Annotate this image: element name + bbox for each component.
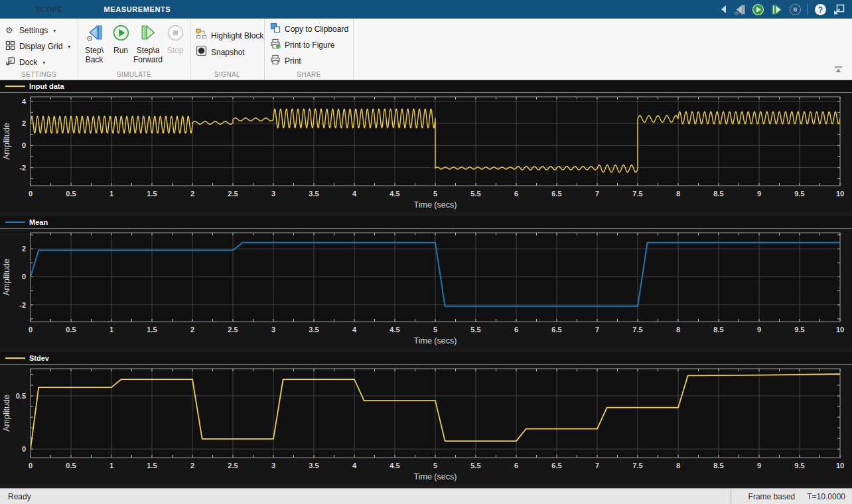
svg-text:0: 0 [29,462,33,470]
svg-text:8: 8 [676,190,680,198]
print-to-figure-label: Print to Figure [285,40,334,50]
display-grid-button[interactable]: Display Grid ▾ [5,38,78,54]
legend-stdev[interactable]: Stdev [0,352,852,365]
svg-text:7.5: 7.5 [632,462,642,470]
svg-text:8.5: 8.5 [713,190,723,198]
chevron-down-icon: ▾ [68,44,70,50]
svg-text:1: 1 [109,326,113,334]
scope-window: SCOPE MEASUREMENTS ⚙ [0,0,852,504]
run-quick-icon[interactable] [752,3,764,16]
simulate-section-label: SIMULATE [78,71,190,78]
legend-label: Stdev [29,354,49,362]
svg-text:4.5: 4.5 [390,326,399,334]
svg-text:3: 3 [271,190,275,198]
print-to-figure-button[interactable]: ↻ Print to Figure [270,37,353,53]
copy-to-clipboard-label: Copy to Clipboard [285,25,348,34]
svg-text:9.5: 9.5 [794,326,804,334]
print-figure-icon: ↻ [270,38,281,52]
y-axis-label: Amplitude [2,395,11,432]
svg-text:5: 5 [433,190,437,198]
sim-time-indicator: T=10.0000 [807,492,845,501]
svg-text:0.5: 0.5 [66,462,76,470]
svg-text:4: 4 [22,97,27,105]
step-forward-label: Step\aForward [133,46,163,64]
tab-scope[interactable]: SCOPE [22,0,76,19]
status-divider [731,489,731,504]
collapse-ribbon-icon[interactable] [834,64,843,76]
svg-text:7.5: 7.5 [632,326,642,334]
stop-icon [167,24,184,44]
gear-icon: ⚙ [5,25,15,37]
undock-icon[interactable] [833,3,845,16]
snapshot-button[interactable]: Snapshot [196,44,264,60]
svg-text:3.5: 3.5 [309,462,319,470]
simulate-section: ⚙ Step\Back Run [78,19,190,80]
svg-text:2: 2 [22,245,26,253]
svg-text:1.5: 1.5 [147,190,157,198]
svg-text:0: 0 [29,190,33,198]
svg-text:↻: ↻ [275,43,281,50]
svg-text:9: 9 [757,326,761,334]
svg-text:-2: -2 [19,164,26,172]
svg-text:6: 6 [514,190,518,198]
dock-icon [5,56,15,69]
print-button[interactable]: Print [270,53,353,69]
step-forward-quick-icon[interactable] [770,3,783,16]
svg-text:⚙: ⚙ [5,25,13,34]
svg-text:7: 7 [595,326,599,334]
legend-mean[interactable]: Mean [0,216,852,229]
x-axis-label: Time (secs) [414,336,457,346]
svg-text:9: 9 [757,462,761,470]
svg-text:6.5: 6.5 [551,326,561,334]
svg-text:-2: -2 [19,301,26,309]
settings-label: Settings [19,26,48,35]
svg-text:9: 9 [757,190,761,198]
step-back-label: Step\Back [85,46,104,64]
settings-button[interactable]: ⚙ Settings ▾ [5,23,78,38]
input-data-plot: 00.511.522.533.544.555.566.577.588.599.5… [0,93,852,212]
svg-text:2.5: 2.5 [228,326,238,334]
svg-text:0.5: 0.5 [66,190,76,198]
svg-text:7: 7 [595,190,599,198]
svg-text:4: 4 [352,190,357,198]
y-axis-label: Amplitude [2,259,11,296]
svg-text:2.5: 2.5 [228,190,238,198]
step-back-icon: ⚙ [86,24,104,44]
y-axis-label: Amplitude [2,123,11,160]
run-label: Run [113,46,128,55]
svg-text:7.5: 7.5 [632,190,642,198]
input-data-display-panel: Input data00.511.522.533.544.555.566.577… [0,80,852,216]
x-axis-label: Time (secs) [414,200,457,210]
svg-text:0.5: 0.5 [66,326,76,334]
svg-text:1.5: 1.5 [147,462,157,470]
svg-text:10: 10 [836,326,844,334]
highlight-block-button[interactable]: Highlight Block [196,27,264,44]
dock-button[interactable]: Dock ▾ [5,54,78,70]
svg-text:1: 1 [109,462,113,470]
svg-text:0: 0 [29,326,33,334]
svg-text:9.5: 9.5 [794,462,804,470]
snapshot-icon [196,45,207,59]
svg-text:3.5: 3.5 [309,326,319,334]
stdev-display-panel: Stdev00.511.522.533.544.555.566.577.588.… [0,352,852,488]
stop-quick-icon [789,3,802,16]
mean-plot: 00.511.522.533.544.555.566.577.588.599.5… [0,229,852,348]
svg-text:4: 4 [352,326,357,334]
help-icon[interactable]: ? [814,3,827,16]
chevron-down-icon: ▾ [42,60,45,66]
collapse-quick-toolbar-icon[interactable] [719,4,727,15]
svg-text:2.5: 2.5 [228,462,238,470]
svg-text:8: 8 [676,462,680,470]
svg-text:1: 1 [109,190,113,198]
svg-text:8.5: 8.5 [713,326,723,334]
chevron-down-icon: ▾ [53,28,56,34]
legend-input-data[interactable]: Input data [0,80,852,93]
svg-text:8.5: 8.5 [713,462,723,470]
run-icon [112,24,130,44]
tab-measurements[interactable]: MEASUREMENTS [91,0,184,19]
svg-text:0: 0 [22,273,26,281]
svg-text:1.5: 1.5 [147,326,157,334]
copy-to-clipboard-button[interactable]: Copy to Clipboard [270,21,353,37]
snapshot-label: Snapshot [211,48,245,57]
svg-text:2: 2 [22,119,26,127]
